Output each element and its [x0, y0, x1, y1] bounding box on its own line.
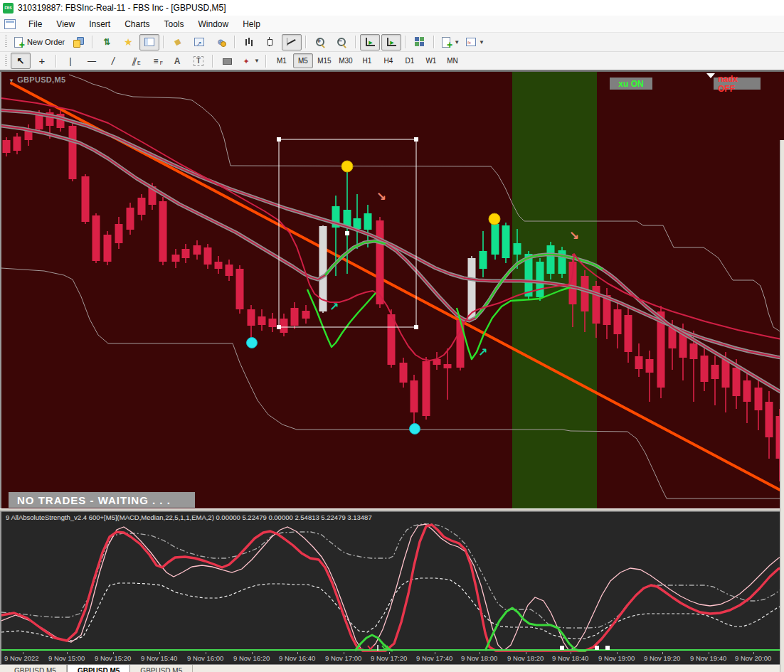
arrows-button[interactable]: ✦▼ [238, 53, 262, 69]
line-chart-button[interactable] [282, 34, 302, 50]
autotrading-button[interactable]: ☻ [211, 34, 231, 50]
menu-file[interactable]: File [21, 17, 49, 31]
auto-scroll-button[interactable]: ▸ [360, 34, 380, 50]
price-chart-pane[interactable]: ↘↘↗↗ ▼GBPUSD,M5 xu ON nadx OFF NO TRADES… [0, 72, 784, 508]
timeframe-d1-button[interactable]: D1 [400, 53, 420, 68]
toolbar-separator [405, 36, 406, 48]
trendline-button[interactable]: / [103, 53, 123, 69]
profiles-button[interactable] [68, 34, 88, 50]
star-icon: ★ [122, 36, 134, 48]
chart-tab-2[interactable]: GBPUSD,M5 [67, 665, 130, 672]
title-bar: FBS 310319887: FBSInc-Real-11 - FBS Inc … [0, 0, 784, 16]
candle [690, 343, 698, 359]
timeframe-m5-button[interactable]: M5 [293, 53, 313, 68]
xu-toggle-badge[interactable]: xu ON [610, 78, 652, 90]
horizontal-line-button[interactable]: — [82, 53, 102, 69]
indicator-label: 9 AllAbsoluteStrength_v2.4 600+[M5](MACD… [6, 513, 372, 521]
menu-view[interactable]: View [49, 17, 82, 31]
chart-shift-icon: ▸ [386, 36, 397, 48]
fibonacci-button[interactable]: ≡ [146, 53, 166, 69]
candle [388, 314, 396, 365]
indicator-pane[interactable]: 9 AllAbsoluteStrength_v2.4 600+[M5](MACD… [0, 511, 784, 652]
user-gear-icon: ☻ [215, 36, 226, 48]
indicator-canvas[interactable] [1, 511, 784, 652]
candle [302, 311, 310, 319]
candle [204, 247, 212, 265]
candle [291, 308, 299, 326]
timeframe-m1-button[interactable]: M1 [272, 53, 292, 68]
candle [581, 276, 589, 311]
price-chart-canvas[interactable]: ↘↘↗↗ [1, 72, 784, 508]
symbol-timeframe-label: ▼GBPUSD,M5 [9, 75, 65, 84]
timeframe-mn-button[interactable]: MN [443, 53, 462, 68]
timeframe-w1-button[interactable]: W1 [421, 53, 441, 68]
time-axis-label: 9 Nov 16:40 [279, 654, 315, 662]
data-window-button[interactable]: ★ [118, 34, 138, 50]
bar-chart-button[interactable] [239, 34, 259, 50]
candle [3, 140, 11, 153]
menu-charts[interactable]: Charts [117, 17, 157, 31]
candle [82, 176, 90, 222]
timeframe-h1-button[interactable]: H1 [357, 53, 377, 68]
new-order-button[interactable]: New Order [11, 34, 67, 50]
menu-window[interactable]: Window [191, 17, 236, 31]
text-button[interactable]: A [167, 53, 187, 69]
eraser-icon: ◆ [171, 35, 185, 49]
candle [172, 255, 180, 262]
menu-help[interactable]: Help [235, 17, 267, 31]
indicators-button[interactable]: ▼ [438, 34, 462, 50]
vertical-line-button[interactable]: | [60, 53, 80, 69]
fullscreen-button[interactable] [189, 34, 209, 50]
chart-tab-3[interactable]: GBPUSD,M5 [130, 665, 193, 672]
timeframe-m15-button[interactable]: M15 [314, 53, 334, 68]
time-axis[interactable]: 9 Nov 20229 Nov 15:009 Nov 15:209 Nov 15… [0, 652, 784, 664]
cursor-icon: ↖ [15, 55, 26, 67]
crosshair-button[interactable]: + [32, 53, 52, 69]
status-banner: NO TRADES - WAITING . . . [9, 492, 195, 508]
text-label-button[interactable]: T [189, 53, 208, 69]
market-watch-button[interactable]: ⇅ [97, 34, 117, 50]
candle-chart-button[interactable] [260, 34, 280, 50]
navigator-button[interactable] [139, 34, 159, 50]
chevron-down-icon[interactable]: ▼ [479, 39, 484, 46]
menu-tools[interactable]: Tools [157, 17, 191, 31]
chevron-down-icon[interactable]: ▼ [454, 39, 460, 46]
candle [236, 269, 244, 309]
cursor-button[interactable]: ↖ [11, 53, 31, 69]
time-axis-label: 9 Nov 19:20 [644, 654, 680, 662]
shapes-button[interactable] [217, 53, 237, 69]
cyan-signal-dot [410, 424, 420, 434]
templates-button[interactable]: ≈▼ [463, 34, 487, 50]
timeframe-h4-button[interactable]: H4 [378, 53, 398, 68]
candle [376, 220, 384, 304]
new-order-icon [13, 36, 24, 48]
candle [92, 215, 100, 261]
zoom-in-button[interactable]: + [310, 34, 330, 50]
nadx-toggle-badge[interactable]: nadx OFF [714, 78, 761, 90]
chart-shift-button[interactable]: ▸ [381, 34, 401, 50]
right-edge-strip[interactable] [780, 140, 784, 672]
crosshair-icon: + [36, 55, 48, 67]
candle [14, 137, 21, 151]
tile-windows-button[interactable] [410, 34, 430, 50]
timeframe-m30-button[interactable]: M30 [336, 53, 356, 68]
channel-button[interactable]: ∥ [125, 53, 144, 69]
trendline-icon: / [107, 55, 119, 67]
shapes-icon [221, 55, 233, 67]
chart-window-icon[interactable] [4, 19, 16, 29]
time-axis-label: 9 Nov 17:20 [371, 654, 407, 662]
zoom-out-button[interactable]: − [332, 34, 351, 50]
time-axis-label: 9 Nov 19:40 [690, 654, 726, 662]
candle [625, 315, 632, 352]
menu-insert[interactable]: Insert [82, 17, 117, 31]
candle [182, 249, 190, 258]
candle [480, 251, 487, 269]
styler-button[interactable]: ◆ [168, 34, 188, 50]
time-axis-label: 9 Nov 18:40 [552, 654, 588, 662]
vline-icon: | [65, 55, 76, 67]
chart-tab-1[interactable]: GBPUSD,M5 [4, 665, 67, 672]
chevron-down-icon[interactable]: ▼ [254, 58, 260, 64]
auto-scroll-icon: ▸ [364, 36, 376, 48]
main-toolbar: New Order⇅★◆☻+−▸▸▼≈▼ [0, 33, 784, 52]
toolbar-separator [163, 36, 164, 48]
